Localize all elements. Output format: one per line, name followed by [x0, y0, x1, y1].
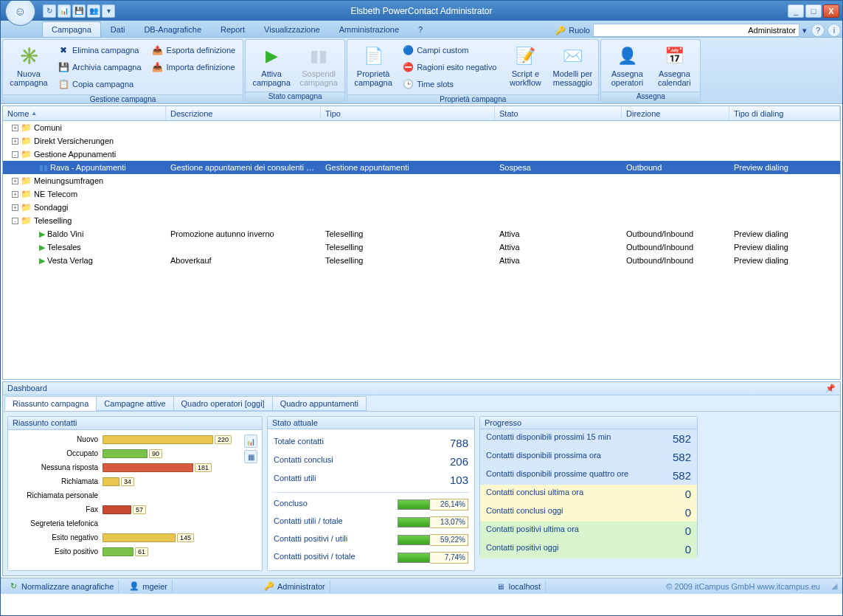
ribbon-item[interactable]: 💾Archivia campagna	[54, 59, 145, 75]
minimize-button[interactable]: _	[788, 4, 804, 18]
stato-pct-row: Contatti positivi / totale7,74%	[272, 549, 470, 567]
role-dropdown-icon[interactable]: ▾	[802, 26, 807, 35]
assegna-calendari-button[interactable]: 📅 Assegna calendari	[652, 42, 696, 89]
chart-category-label: Segreteria telefonica	[30, 519, 98, 529]
expand-icon[interactable]: -	[12, 218, 18, 224]
menu-tab-dbanagrafiche[interactable]: DB-Anagrafiche	[134, 21, 211, 37]
tree-folder[interactable]: +📁Comuni	[3, 121, 840, 134]
play-icon: ▶	[260, 44, 283, 68]
neg-icon: ⛔	[402, 61, 414, 73]
dash-tab[interactable]: Quadro appuntamenti	[272, 396, 367, 411]
expand-icon[interactable]: +	[12, 138, 18, 145]
pin-icon[interactable]: 📌	[825, 384, 836, 393]
menu-tab-dati[interactable]: Dati	[101, 21, 135, 37]
panel-title: Progresso	[480, 417, 697, 429]
qat-button-4[interactable]: ▾	[102, 4, 115, 18]
status-normalize[interactable]: ↻ Normalizzare anagrafiche	[4, 580, 119, 593]
menu-tab-visualizzazione[interactable]: Visualizzazione	[254, 21, 330, 37]
dash-tab[interactable]: Riassunto campagna	[4, 396, 97, 411]
qat-button-3[interactable]: 👥	[87, 4, 100, 18]
menu-tab-report[interactable]: Report	[211, 21, 254, 37]
chart-bar	[103, 449, 148, 458]
col-header[interactable]: Stato	[495, 106, 622, 120]
chart-table-icon[interactable]: ▦	[244, 450, 257, 463]
chart-bar-row: 181	[103, 463, 240, 473]
ribbon-item[interactable]: ✖Elimina campagna	[54, 42, 145, 58]
expand-icon[interactable]: -	[12, 151, 18, 158]
qat-button-2[interactable]: 💾	[72, 4, 86, 18]
folder-icon: 📁	[21, 122, 32, 133]
progresso-row: Contatti conclusi oggi0	[480, 503, 697, 522]
tree-folder[interactable]: +📁Sondaggi	[3, 201, 840, 214]
col-header[interactable]: Nome▲	[3, 106, 166, 120]
stato-pct-row: Contatti positivi / utili59,22%	[272, 531, 470, 549]
chart-value: 145	[177, 533, 194, 542]
chart-value: 220	[215, 435, 232, 444]
grid-body[interactable]: +📁Comuni+📁Direkt Versicherungen-📁Gestion…	[3, 121, 840, 379]
ribbon-item[interactable]: 🔵Campi custom	[398, 42, 500, 58]
chart-value: 34	[121, 477, 134, 486]
ribbon-item[interactable]: 📥Importa definizione	[148, 59, 240, 75]
script-label: Script e workflow	[505, 69, 545, 87]
expand-icon[interactable]: +	[12, 178, 18, 184]
tree-folder[interactable]: -📁Gestione Appunamenti	[3, 148, 840, 161]
contact-summary-chart: NuovoOccupatoNessuna rispostaRichiamataR…	[8, 430, 262, 570]
status-host-label: localhost	[509, 582, 541, 591]
progresso-row: Contatti disponibili prossimi 15 min582	[480, 429, 697, 448]
stato-row: Contatti utili103	[272, 471, 470, 489]
menu-tab-amministrazione[interactable]: Amministrazione	[330, 21, 409, 37]
chart-view-icon[interactable]: 📊	[244, 435, 257, 448]
qat-button-0[interactable]: ↻	[43, 4, 56, 18]
ribbon-item[interactable]: 📤Esporta definizione	[148, 42, 240, 58]
stato-row: Totale contatti788	[272, 434, 470, 452]
tree-folder[interactable]: +📁NE Telecom	[3, 187, 840, 201]
status-user: 👤 mgeier	[125, 580, 173, 593]
dash-tab[interactable]: Quadro operatori [oggi]	[173, 396, 273, 411]
chart-category-label: Nuovo	[77, 435, 98, 445]
expand-icon[interactable]: +	[12, 125, 18, 131]
maximize-button[interactable]: □	[805, 4, 822, 18]
status-role: 🔑 Administrator	[260, 580, 330, 593]
info-icon[interactable]: i	[828, 24, 841, 37]
resize-grip-icon[interactable]: ◢	[829, 581, 839, 592]
col-header[interactable]: Tipo di dialing	[729, 106, 840, 120]
ribbon-group-label: Proprietà campagna	[347, 94, 598, 103]
status-user-label: mgeier	[142, 582, 167, 591]
tree-campaign[interactable]: ▶Vesta VerlagAboverkaufTelesellingAttiva…	[3, 254, 840, 267]
progresso-row: Contatti positivi oggi0	[480, 540, 697, 558]
ribbon-item[interactable]: 🕒Time slots	[398, 76, 500, 92]
tree-campaign[interactable]: ▶Baldo ViniPromozione autunno invernoTel…	[3, 227, 840, 240]
progress-bar	[398, 553, 430, 563]
ribbon-item[interactable]: ⛔Ragioni esito negativo	[398, 59, 500, 75]
expand-icon[interactable]: +	[12, 191, 18, 198]
ribbon-item[interactable]: 📋Copia campagna	[54, 76, 145, 92]
col-header[interactable]: Tipo	[321, 106, 495, 120]
expand-icon[interactable]: +	[12, 204, 18, 211]
progress-value: 13,07%	[430, 516, 468, 528]
menu-tab-campagna[interactable]: Campagna	[42, 21, 101, 37]
role-input[interactable]	[593, 24, 799, 37]
tree-campaign[interactable]: ▶TelesalesTelesellingAttivaOutbound/Inbo…	[3, 240, 840, 254]
dash-tab[interactable]: Campagne attive	[96, 396, 173, 411]
script-workflow-button[interactable]: 📝 Script e workflow	[503, 42, 547, 89]
close-button[interactable]: X	[823, 4, 839, 18]
stato-list: Totale contatti788Contatti conclusi206Co…	[268, 429, 474, 571]
proprieta-campagna-button[interactable]: 📄 Proprietà campagna	[351, 42, 395, 89]
menu-tab-[interactable]: ?	[409, 21, 432, 37]
tree-folder[interactable]: -📁Teleselling	[3, 214, 840, 227]
col-header[interactable]: Direzione	[622, 106, 729, 120]
assegna-operatori-button[interactable]: 👤 Assegna operatori	[605, 42, 649, 89]
col-header[interactable]: Descrizione	[166, 106, 321, 120]
tree-folder[interactable]: +📁Meinungsumfragen	[3, 174, 840, 187]
tree-campaign[interactable]: ▮▮Rava - AppuntamentiGestione appuntamen…	[3, 161, 840, 174]
help-icon[interactable]: ?	[811, 24, 825, 37]
attiva-campagna-button[interactable]: ▶ Attiva campagna	[249, 42, 294, 89]
chart-category-label: Occupato	[66, 449, 98, 459]
panel-riassunto-contatti: Riassunto contatti NuovoOccupatoNessuna …	[7, 416, 263, 571]
nuova-campagna-button[interactable]: ✳️ Nuova campagna	[7, 42, 51, 89]
sospendi-label: Sospendi campagna	[299, 69, 339, 87]
ribbon-group-proprieta: 📄 Proprietà campagna 🔵Campi custom⛔Ragio…	[347, 39, 599, 103]
modelli-messaggio-button[interactable]: ✉️ Modelli per messaggio	[550, 42, 594, 89]
qat-button-1[interactable]: 📊	[58, 4, 71, 18]
tree-folder[interactable]: +📁Direkt Versicherungen	[3, 134, 840, 148]
